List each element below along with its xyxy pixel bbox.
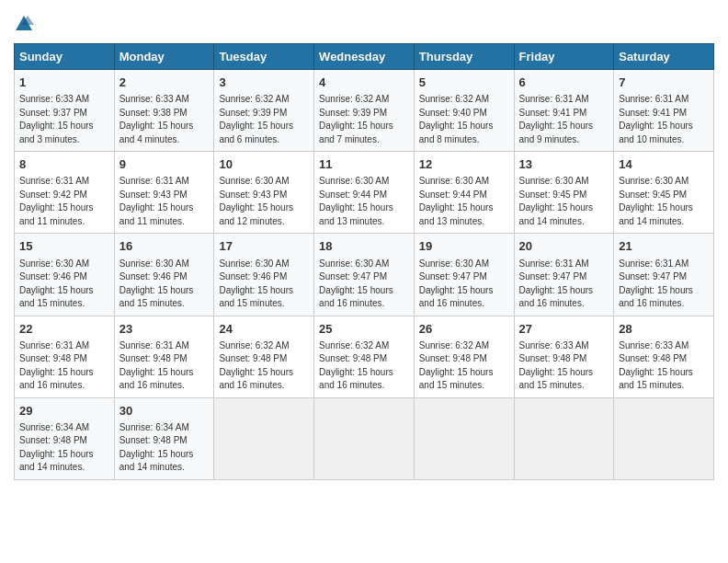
day-info: Sunrise: 6:30 AMSunset: 9:46 PMDaylight:… <box>19 258 109 311</box>
day-info: Sunrise: 6:31 AMSunset: 9:48 PMDaylight:… <box>119 339 210 393</box>
calendar-cell: 14Sunrise: 6:30 AMSunset: 9:45 PMDayligh… <box>614 152 714 234</box>
calendar-cell: 18Sunrise: 6:30 AMSunset: 9:47 PMDayligh… <box>314 234 415 316</box>
day-number: 9 <box>119 156 210 173</box>
calendar-cell <box>314 397 415 479</box>
day-info: Sunrise: 6:30 AMSunset: 9:45 PMDaylight:… <box>519 175 609 228</box>
day-number: 16 <box>119 238 210 255</box>
calendar-cell: 5Sunrise: 6:32 AMSunset: 9:40 PMDaylight… <box>414 70 514 152</box>
day-number: 3 <box>219 75 309 91</box>
weekday-monday: Monday <box>114 44 214 70</box>
day-number: 4 <box>319 75 409 91</box>
calendar-cell: 1Sunrise: 6:33 AMSunset: 9:37 PMDaylight… <box>15 70 115 152</box>
calendar-cell <box>414 397 514 479</box>
calendar-week-row: 8Sunrise: 6:31 AMSunset: 9:42 PMDaylight… <box>15 152 714 234</box>
day-info: Sunrise: 6:32 AMSunset: 9:39 PMDaylight:… <box>219 93 309 146</box>
calendar-cell: 23Sunrise: 6:31 AMSunset: 9:48 PMDayligh… <box>114 316 214 397</box>
day-number: 24 <box>219 321 309 338</box>
weekday-thursday: Thursday <box>414 44 514 70</box>
day-info: Sunrise: 6:30 AMSunset: 9:47 PMDaylight:… <box>319 258 409 311</box>
calendar-cell <box>214 397 314 479</box>
day-number: 11 <box>319 156 409 173</box>
day-number: 23 <box>119 321 210 338</box>
day-info: Sunrise: 6:31 AMSunset: 9:41 PMDaylight:… <box>519 93 609 146</box>
calendar-week-row: 29Sunrise: 6:34 AMSunset: 9:48 PMDayligh… <box>15 397 714 479</box>
day-number: 28 <box>619 321 709 338</box>
calendar-week-row: 15Sunrise: 6:30 AMSunset: 9:46 PMDayligh… <box>15 234 714 316</box>
calendar-cell: 4Sunrise: 6:32 AMSunset: 9:39 PMDaylight… <box>314 70 415 152</box>
weekday-tuesday: Tuesday <box>214 44 314 70</box>
calendar-cell: 20Sunrise: 6:31 AMSunset: 9:47 PMDayligh… <box>514 234 614 316</box>
calendar-cell: 17Sunrise: 6:30 AMSunset: 9:46 PMDayligh… <box>214 234 314 316</box>
calendar-cell: 2Sunrise: 6:33 AMSunset: 9:38 PMDaylight… <box>114 70 214 152</box>
day-number: 6 <box>519 75 609 91</box>
day-number: 17 <box>219 238 309 255</box>
day-info: Sunrise: 6:32 AMSunset: 9:48 PMDaylight:… <box>219 339 309 393</box>
calendar-cell: 25Sunrise: 6:32 AMSunset: 9:48 PMDayligh… <box>314 316 415 397</box>
calendar-cell: 10Sunrise: 6:30 AMSunset: 9:43 PMDayligh… <box>214 152 314 234</box>
calendar-cell: 29Sunrise: 6:34 AMSunset: 9:48 PMDayligh… <box>15 397 115 479</box>
calendar-cell: 7Sunrise: 6:31 AMSunset: 9:41 PMDaylight… <box>614 70 714 152</box>
calendar-cell <box>614 397 714 479</box>
day-number: 7 <box>619 75 709 91</box>
calendar-cell: 28Sunrise: 6:33 AMSunset: 9:48 PMDayligh… <box>614 316 714 397</box>
day-info: Sunrise: 6:33 AMSunset: 9:48 PMDaylight:… <box>519 339 609 393</box>
day-number: 2 <box>119 75 210 91</box>
day-info: Sunrise: 6:33 AMSunset: 9:48 PMDaylight:… <box>619 339 709 393</box>
calendar-cell: 22Sunrise: 6:31 AMSunset: 9:48 PMDayligh… <box>15 316 115 397</box>
day-info: Sunrise: 6:33 AMSunset: 9:38 PMDaylight:… <box>119 93 210 146</box>
day-info: Sunrise: 6:31 AMSunset: 9:47 PMDaylight:… <box>619 258 709 311</box>
day-info: Sunrise: 6:31 AMSunset: 9:41 PMDaylight:… <box>619 93 709 146</box>
calendar-cell: 16Sunrise: 6:30 AMSunset: 9:46 PMDayligh… <box>114 234 214 316</box>
day-info: Sunrise: 6:32 AMSunset: 9:48 PMDaylight:… <box>419 339 509 393</box>
day-info: Sunrise: 6:33 AMSunset: 9:37 PMDaylight:… <box>19 93 109 146</box>
day-info: Sunrise: 6:31 AMSunset: 9:47 PMDaylight:… <box>519 258 609 311</box>
day-number: 27 <box>519 321 609 338</box>
day-number: 8 <box>19 156 109 173</box>
page-header <box>14 14 714 34</box>
day-info: Sunrise: 6:30 AMSunset: 9:47 PMDaylight:… <box>419 258 509 311</box>
day-info: Sunrise: 6:30 AMSunset: 9:44 PMDaylight:… <box>419 175 509 228</box>
day-info: Sunrise: 6:34 AMSunset: 9:48 PMDaylight:… <box>19 421 109 475</box>
calendar-cell: 21Sunrise: 6:31 AMSunset: 9:47 PMDayligh… <box>614 234 714 316</box>
calendar-cell: 3Sunrise: 6:32 AMSunset: 9:39 PMDaylight… <box>214 70 314 152</box>
calendar-table: SundayMondayTuesdayWednesdayThursdayFrid… <box>14 43 714 480</box>
calendar-cell: 9Sunrise: 6:31 AMSunset: 9:43 PMDaylight… <box>114 152 214 234</box>
logo <box>14 14 38 34</box>
day-number: 10 <box>219 156 309 173</box>
weekday-sunday: Sunday <box>15 44 115 70</box>
day-info: Sunrise: 6:34 AMSunset: 9:48 PMDaylight:… <box>119 421 210 475</box>
day-info: Sunrise: 6:32 AMSunset: 9:39 PMDaylight:… <box>319 93 409 146</box>
calendar-cell: 26Sunrise: 6:32 AMSunset: 9:48 PMDayligh… <box>414 316 514 397</box>
weekday-wednesday: Wednesday <box>314 44 415 70</box>
day-info: Sunrise: 6:32 AMSunset: 9:40 PMDaylight:… <box>419 93 509 146</box>
day-info: Sunrise: 6:30 AMSunset: 9:44 PMDaylight:… <box>319 175 409 228</box>
day-info: Sunrise: 6:32 AMSunset: 9:48 PMDaylight:… <box>319 339 409 393</box>
day-number: 30 <box>119 403 210 419</box>
day-info: Sunrise: 6:30 AMSunset: 9:46 PMDaylight:… <box>219 258 309 311</box>
day-number: 29 <box>19 403 109 419</box>
calendar-cell: 27Sunrise: 6:33 AMSunset: 9:48 PMDayligh… <box>514 316 614 397</box>
day-info: Sunrise: 6:31 AMSunset: 9:43 PMDaylight:… <box>119 175 210 228</box>
day-number: 25 <box>319 321 409 338</box>
day-info: Sunrise: 6:31 AMSunset: 9:48 PMDaylight:… <box>19 339 109 393</box>
calendar-cell: 15Sunrise: 6:30 AMSunset: 9:46 PMDayligh… <box>15 234 115 316</box>
calendar-cell: 30Sunrise: 6:34 AMSunset: 9:48 PMDayligh… <box>114 397 214 479</box>
logo-icon <box>14 14 34 34</box>
weekday-friday: Friday <box>514 44 614 70</box>
day-number: 22 <box>19 321 109 338</box>
calendar-cell: 6Sunrise: 6:31 AMSunset: 9:41 PMDaylight… <box>514 70 614 152</box>
day-number: 19 <box>419 238 509 255</box>
calendar-cell <box>514 397 614 479</box>
day-info: Sunrise: 6:30 AMSunset: 9:46 PMDaylight:… <box>119 258 210 311</box>
calendar-week-row: 1Sunrise: 6:33 AMSunset: 9:37 PMDaylight… <box>15 70 714 152</box>
day-number: 26 <box>419 321 509 338</box>
day-number: 18 <box>319 238 409 255</box>
day-number: 21 <box>619 238 709 255</box>
calendar-cell: 19Sunrise: 6:30 AMSunset: 9:47 PMDayligh… <box>414 234 514 316</box>
weekday-header-row: SundayMondayTuesdayWednesdayThursdayFrid… <box>15 44 714 70</box>
day-number: 12 <box>419 156 509 173</box>
day-number: 20 <box>519 238 609 255</box>
day-number: 14 <box>619 156 709 173</box>
calendar-cell: 12Sunrise: 6:30 AMSunset: 9:44 PMDayligh… <box>414 152 514 234</box>
calendar-cell: 11Sunrise: 6:30 AMSunset: 9:44 PMDayligh… <box>314 152 415 234</box>
